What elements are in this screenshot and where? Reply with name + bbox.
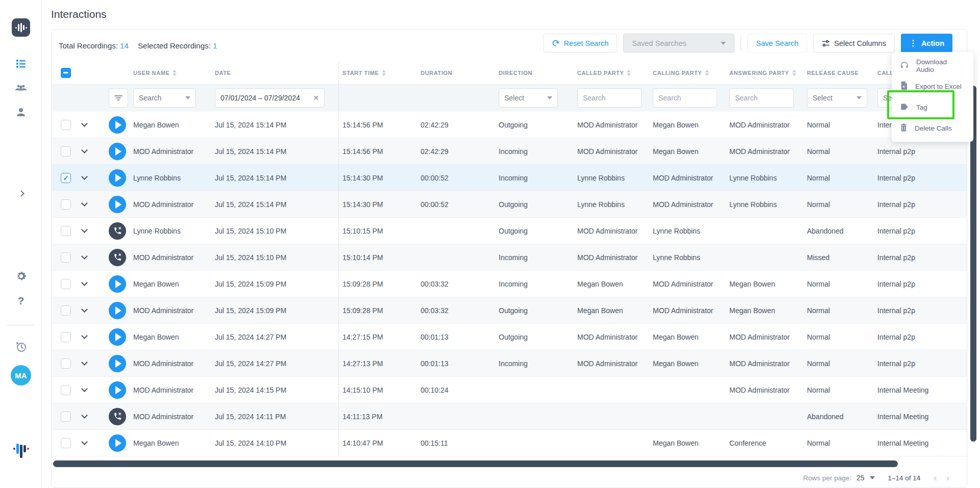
play-button[interactable] xyxy=(109,434,126,452)
table-row[interactable]: MOD AdministratorJul 15, 2024 14:27 PM14… xyxy=(52,350,967,377)
table-row[interactable]: MOD AdministratorJul 15, 2024 15:10 PM15… xyxy=(52,244,967,271)
play-button[interactable] xyxy=(109,196,126,213)
table-row[interactable]: MOD AdministratorJul 15, 2024 15:14 PM15… xyxy=(52,191,967,218)
user-name-filter-select[interactable]: Search xyxy=(133,88,196,108)
play-button[interactable] xyxy=(109,355,126,372)
row-checkbox[interactable]: ✓ xyxy=(61,173,71,183)
release-cause-filter-select[interactable]: Select xyxy=(807,88,867,108)
missed-call-button[interactable] xyxy=(109,408,126,425)
row-checkbox[interactable] xyxy=(61,332,71,342)
expand-chevron-icon[interactable] xyxy=(81,226,88,233)
date-range-filter[interactable]: 07/01/2024 – 07/29/2024✕ xyxy=(215,88,325,108)
select-columns-button[interactable]: Select Columns xyxy=(813,34,895,53)
sort-icon[interactable] xyxy=(627,70,631,76)
menu-item-delete-calls[interactable]: Delete Calls xyxy=(892,118,973,139)
table-row[interactable]: MOD AdministratorJul 15, 2024 14:11 PM14… xyxy=(52,403,967,430)
cell-start: 15:10:15 PM xyxy=(338,227,416,235)
row-checkbox[interactable] xyxy=(61,305,71,316)
sort-icon[interactable] xyxy=(382,70,386,76)
row-media-cell xyxy=(109,196,133,213)
cell-calling: Lynne Robbins xyxy=(649,227,725,235)
row-checkbox[interactable] xyxy=(61,226,71,236)
calling-party-filter-input[interactable] xyxy=(653,88,717,108)
sort-icon[interactable] xyxy=(792,70,796,76)
answering-party-filter-input[interactable] xyxy=(729,88,794,108)
play-button[interactable] xyxy=(109,143,126,160)
reset-search-button[interactable]: Reset Search xyxy=(543,34,617,53)
row-checkbox[interactable] xyxy=(61,412,71,422)
saved-searches-dropdown[interactable]: Saved Searches xyxy=(623,34,734,53)
table-row[interactable]: Megan BowenJul 15, 2024 14:27 PM14:27:15… xyxy=(52,324,967,350)
row-checkbox-cell xyxy=(61,226,82,236)
play-button[interactable] xyxy=(109,275,126,293)
list-icon xyxy=(15,58,27,70)
expand-chevron-icon[interactable] xyxy=(81,332,88,339)
row-checkbox-cell xyxy=(61,120,82,130)
missed-call-button[interactable] xyxy=(109,249,126,266)
menu-item-export-to-excel[interactable]: xExport to Excel xyxy=(892,76,973,97)
sort-icon[interactable] xyxy=(705,70,709,76)
sidebar-item-help[interactable]: ? xyxy=(0,295,42,307)
play-button[interactable] xyxy=(109,302,126,319)
table-row[interactable]: Lynne RobbinsJul 15, 2024 15:10 PM15:10:… xyxy=(52,218,967,244)
save-search-button[interactable]: Save Search xyxy=(747,34,807,53)
expand-chevron-icon[interactable] xyxy=(81,412,88,419)
expand-chevron-icon[interactable] xyxy=(81,253,88,260)
menu-item-tag[interactable]: Tag xyxy=(892,97,973,118)
missed-call-button[interactable] xyxy=(109,222,126,240)
row-checkbox[interactable] xyxy=(61,252,71,263)
expand-chevron-icon[interactable] xyxy=(81,279,88,286)
filter-button[interactable] xyxy=(109,88,128,108)
row-checkbox[interactable] xyxy=(61,358,71,369)
select-all-checkbox[interactable] xyxy=(61,68,71,78)
previous-page-button[interactable]: ‹ xyxy=(934,472,937,483)
expand-chevron-icon[interactable] xyxy=(81,359,88,366)
play-triangle-icon xyxy=(115,439,121,447)
sidebar-expand-button[interactable] xyxy=(0,191,42,196)
table-row[interactable]: MOD AdministratorJul 15, 2024 14:15 PM14… xyxy=(52,377,967,403)
row-media-cell xyxy=(109,408,133,425)
expand-chevron-icon[interactable] xyxy=(81,306,88,313)
clear-date-icon[interactable]: ✕ xyxy=(313,94,319,102)
row-checkbox[interactable] xyxy=(61,199,71,210)
user-avatar[interactable]: MA xyxy=(0,365,42,386)
expand-chevron-icon[interactable] xyxy=(81,120,88,127)
expand-chevron-icon[interactable] xyxy=(81,200,88,207)
table-row[interactable]: Megan BowenJul 15, 2024 15:14 PM15:14:56… xyxy=(52,112,967,138)
column-label: CALLED PARTY xyxy=(577,70,624,76)
rows-per-page-caret-icon[interactable] xyxy=(870,476,875,479)
sidebar-item-audit[interactable] xyxy=(0,341,42,353)
table-row[interactable]: MOD AdministratorJul 15, 2024 15:09 PM15… xyxy=(52,297,967,324)
row-checkbox[interactable] xyxy=(61,120,71,130)
table-row[interactable]: MOD AdministratorJul 15, 2024 15:14 PM15… xyxy=(52,138,967,165)
table-row[interactable]: Megan BowenJul 15, 2024 15:09 PM15:09:28… xyxy=(52,271,967,297)
play-button[interactable] xyxy=(109,381,126,399)
row-checkbox[interactable] xyxy=(61,385,71,395)
sidebar-item-groups[interactable] xyxy=(0,82,42,94)
play-button[interactable] xyxy=(109,328,126,346)
menu-item-download-audio[interactable]: Download Audio xyxy=(892,55,973,76)
row-checkbox[interactable] xyxy=(61,146,71,157)
expand-chevron-icon[interactable] xyxy=(81,439,88,445)
expand-chevron-icon[interactable] xyxy=(81,173,88,180)
play-button[interactable] xyxy=(109,116,126,134)
row-checkbox[interactable] xyxy=(61,279,71,289)
sidebar-item-users[interactable] xyxy=(0,106,42,118)
action-button[interactable]: ⋮ Action xyxy=(901,34,952,53)
horizontal-scrollbar[interactable] xyxy=(53,460,898,467)
sidebar-item-settings[interactable] xyxy=(0,270,42,282)
called-party-filter-input[interactable] xyxy=(577,88,642,108)
row-checkbox[interactable] xyxy=(61,438,71,448)
rows-per-page-value[interactable]: 25 xyxy=(856,474,865,482)
expand-chevron-icon[interactable] xyxy=(81,147,88,153)
sidebar-item-interactions[interactable] xyxy=(0,58,42,70)
table-row[interactable]: Megan BowenJul 15, 2024 14:10 PM14:10:47… xyxy=(52,430,967,456)
sort-icon[interactable] xyxy=(173,70,177,76)
cell-start: 14:27:15 PM xyxy=(338,333,416,341)
table-row[interactable]: ✓Lynne RobbinsJul 15, 2024 15:14 PM15:14… xyxy=(52,165,967,191)
expand-chevron-icon[interactable] xyxy=(81,386,88,392)
cell-date: Jul 15, 2024 15:14 PM xyxy=(215,174,338,182)
direction-filter-select[interactable]: Select xyxy=(499,88,558,108)
play-button[interactable] xyxy=(109,169,126,187)
next-page-button[interactable]: › xyxy=(946,472,949,483)
